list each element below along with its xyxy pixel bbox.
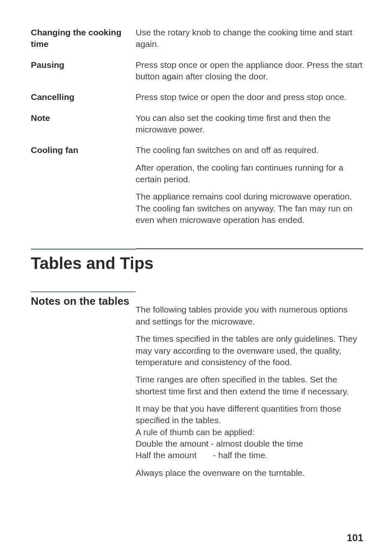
heading-notes-on-the-tables: Notes on the tables [31, 295, 136, 308]
text-cancelling: Press stop twice or open the door and pr… [136, 91, 363, 103]
heading-tables-and-tips: Tables and Tips [31, 254, 363, 273]
row-cancelling: Cancelling Press stop twice or open the … [31, 91, 363, 103]
section-divider: Tables and Tips [31, 248, 363, 273]
notes-p5: Always place the ovenware on the turntab… [136, 467, 363, 479]
full-rule-h1 [136, 248, 363, 249]
notes-p4d-right: - half the time. [213, 449, 267, 461]
notes-p4c: Double the amount - almost double the ti… [136, 439, 303, 448]
row-pausing: Pausing Press stop once or open the appl… [31, 59, 363, 83]
row-changing-cooking-time: Changing the cooking time Use the rotary… [31, 27, 363, 50]
short-rule-h1 [31, 248, 136, 250]
notes-section: Notes on the tables The following tables… [31, 291, 363, 478]
label-note: Note [31, 112, 136, 124]
notes-p2: The times specified in the tables are on… [136, 333, 363, 368]
notes-p3: Time ranges are often specified in the t… [136, 374, 363, 397]
text-changing-cooking-time: Use the rotary knob to change the cookin… [136, 27, 363, 50]
cooling-p1: The cooling fan switches on and off as r… [136, 144, 363, 156]
row-cooling-fan: Cooling fan The cooling fan switches on … [31, 144, 363, 226]
notes-body: The following tables provide you with nu… [136, 295, 363, 478]
cooling-p2: After operation, the cooling fan continu… [136, 162, 363, 185]
notes-p4b: A rule of thumb can be applied: [136, 427, 255, 437]
page-number: 101 [347, 532, 363, 544]
short-rule-h2 [31, 291, 136, 292]
text-note: You can also set the cooking time first … [136, 112, 363, 136]
label-changing-cooking-time: Changing the cooking time [31, 27, 136, 50]
row-note: Note You can also set the cooking time f… [31, 112, 363, 136]
notes-p4-block: It may be that you have different quanti… [136, 403, 363, 461]
text-pausing: Press stop once or open the appliance do… [136, 59, 363, 83]
cooling-p3: The appliance remains cool during microw… [136, 191, 363, 226]
notes-p1: The following tables provide you with nu… [136, 304, 363, 327]
label-cooling-fan: Cooling fan [31, 144, 136, 156]
col-cooling-fan-text: The cooling fan switches on and off as r… [136, 144, 363, 226]
label-cancelling: Cancelling [31, 91, 136, 103]
notes-p4a: It may be that you have different quanti… [136, 404, 341, 425]
page: Changing the cooking time Use the rotary… [0, 0, 392, 556]
notes-p4d-left: Half the amount [136, 449, 213, 461]
label-pausing: Pausing [31, 59, 136, 71]
